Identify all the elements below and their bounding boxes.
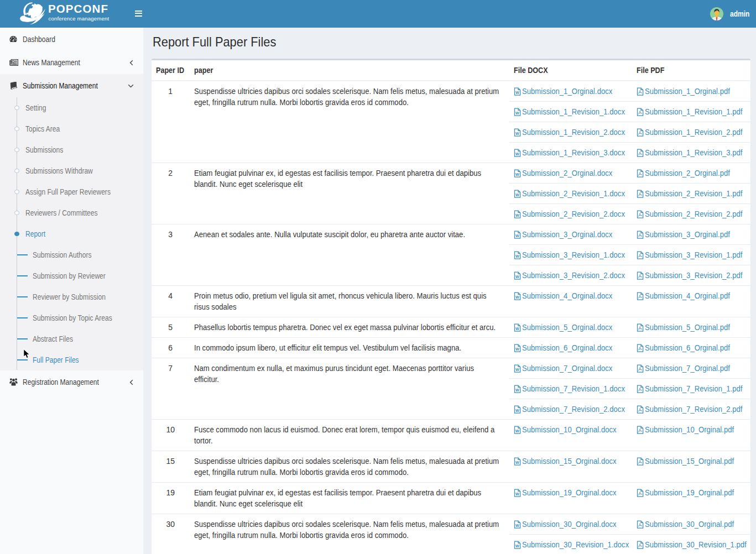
svg-text:W: W: [515, 523, 519, 527]
svg-text:W: W: [515, 151, 519, 155]
svg-text:W: W: [515, 492, 519, 495]
svg-text:W: W: [515, 131, 519, 135]
svg-text:W: W: [515, 111, 519, 114]
svg-text:W: W: [515, 543, 519, 547]
svg-text:W: W: [515, 90, 519, 94]
svg-text:W: W: [515, 254, 519, 258]
svg-text:W: W: [515, 274, 519, 278]
svg-text:W: W: [515, 213, 519, 217]
svg-text:W: W: [515, 408, 519, 412]
svg-text:W: W: [515, 233, 519, 237]
svg-text:W: W: [515, 192, 519, 196]
svg-text:W: W: [515, 428, 519, 432]
svg-text:W: W: [515, 295, 519, 299]
svg-text:W: W: [515, 347, 519, 351]
svg-text:W: W: [515, 460, 519, 464]
svg-text:W: W: [515, 326, 519, 330]
svg-text:W: W: [515, 388, 519, 391]
svg-text:W: W: [515, 367, 519, 371]
svg-text:W: W: [515, 172, 519, 176]
